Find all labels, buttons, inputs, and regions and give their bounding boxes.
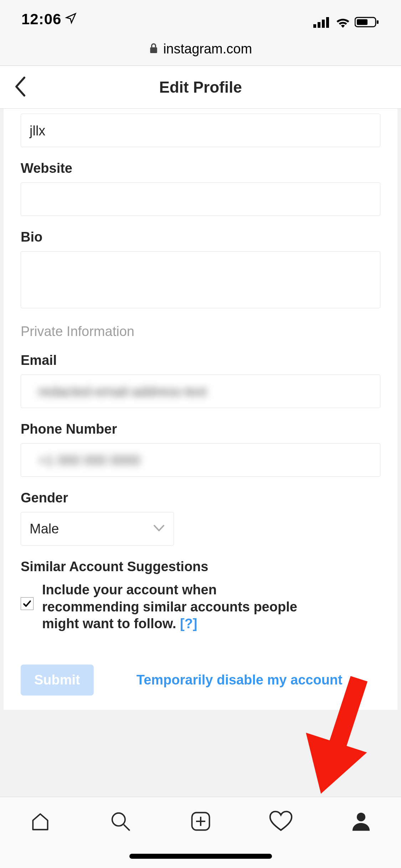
svg-marker-9 xyxy=(299,733,367,800)
suggestions-checkbox[interactable] xyxy=(21,597,34,610)
temporarily-disable-link[interactable]: Temporarily disable my account xyxy=(137,672,343,688)
svg-rect-5 xyxy=(357,19,367,25)
status-time: 12:06 xyxy=(21,11,61,28)
cellular-signal-icon xyxy=(313,16,331,28)
wifi-icon xyxy=(335,16,351,28)
gender-value: Male xyxy=(30,521,59,537)
gender-select[interactable]: Male xyxy=(21,512,174,546)
website-label: Website xyxy=(21,161,380,176)
private-info-heading: Private Information xyxy=(21,324,380,339)
chevron-down-icon xyxy=(153,524,165,533)
svg-point-15 xyxy=(356,813,365,821)
svg-rect-3 xyxy=(326,17,329,28)
edit-profile-form: jllx Website Bio Private Information Ema… xyxy=(4,109,397,710)
battery-icon xyxy=(355,16,380,28)
username-field[interactable]: jllx xyxy=(21,114,380,147)
browser-domain: instagram.com xyxy=(163,41,252,57)
suggestions-description: Include your account when recommending s… xyxy=(42,582,299,632)
email-label: Email xyxy=(21,353,380,368)
submit-button[interactable]: Submit xyxy=(21,665,94,696)
lock-icon xyxy=(149,42,158,55)
bottom-tab-bar xyxy=(0,797,401,868)
website-field[interactable] xyxy=(21,182,380,216)
svg-rect-1 xyxy=(318,22,320,28)
tab-profile[interactable] xyxy=(349,809,373,833)
svg-point-10 xyxy=(112,813,125,826)
email-value-redacted: redacted-email-address-text xyxy=(30,384,215,399)
gender-label: Gender xyxy=(21,490,380,506)
page-header: Edit Profile xyxy=(0,66,401,109)
tab-add-post[interactable] xyxy=(189,809,213,833)
location-arrow-icon xyxy=(65,11,77,28)
phone-label: Phone Number xyxy=(21,422,380,437)
status-bar: 12:06 xyxy=(0,0,401,32)
suggestions-help-link[interactable]: [?] xyxy=(180,616,197,631)
svg-line-11 xyxy=(124,825,130,831)
tab-home[interactable] xyxy=(28,809,52,833)
svg-rect-0 xyxy=(313,24,316,28)
page-title: Edit Profile xyxy=(0,78,401,96)
tab-search[interactable] xyxy=(108,809,133,833)
svg-rect-6 xyxy=(377,20,379,24)
email-field[interactable]: redacted-email-address-text xyxy=(21,374,380,408)
phone-field[interactable]: +1 000 000 0000 xyxy=(21,443,380,477)
back-button[interactable] xyxy=(14,77,26,98)
home-indicator[interactable] xyxy=(129,854,272,859)
bio-field[interactable] xyxy=(21,251,380,308)
bio-label: Bio xyxy=(21,229,380,245)
svg-rect-7 xyxy=(150,47,157,53)
browser-url-bar[interactable]: instagram.com xyxy=(0,32,401,66)
svg-rect-2 xyxy=(322,20,325,28)
tab-activity[interactable] xyxy=(269,809,293,833)
phone-value-redacted: +1 000 000 0000 xyxy=(30,453,149,468)
similar-suggestions-label: Similar Account Suggestions xyxy=(21,559,380,574)
